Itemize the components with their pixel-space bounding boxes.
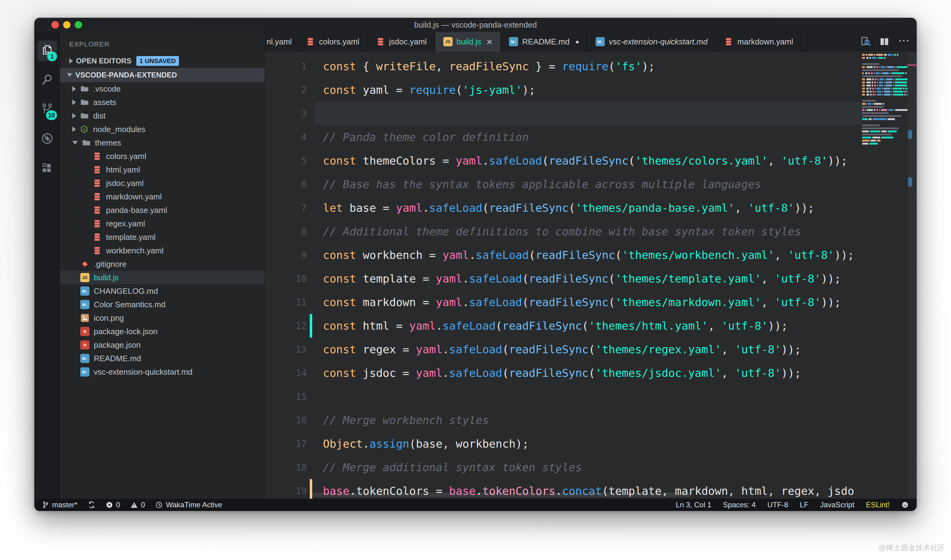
- minimap-line: [862, 91, 908, 94]
- tab-colors-yaml[interactable]: colors.yaml: [298, 32, 368, 51]
- tree-item-markdown-yaml[interactable]: markdown.yaml: [60, 190, 265, 203]
- minimap-line: [862, 69, 908, 72]
- activity-extensions[interactable]: [37, 154, 58, 183]
- tree-item-html-yaml[interactable]: html.yaml: [60, 163, 265, 177]
- chevron-right-icon: [72, 126, 76, 132]
- tree-item-label: .gitignore: [94, 260, 126, 269]
- md-glyph: M↓: [80, 367, 89, 377]
- code-text: // Additional theme definitions to combi…: [323, 225, 801, 238]
- gutter-spacer: [310, 361, 312, 385]
- tree-item-template-yaml[interactable]: template.yaml: [60, 230, 265, 244]
- split-editor-icon[interactable]: [879, 36, 890, 47]
- close-icon[interactable]: ×: [486, 37, 492, 47]
- project-root-folder[interactable]: VSCODE-PANDA-EXTENDED: [60, 68, 265, 82]
- status-language-mode[interactable]: JavaScript: [820, 501, 854, 509]
- tree-item-build-js[interactable]: JSbuild.js: [60, 271, 265, 284]
- status-indentation[interactable]: Spaces: 4: [723, 501, 756, 509]
- open-editors-section[interactable]: OPEN EDITORS 1 UNSAVED: [60, 54, 265, 68]
- yaml-file-icon: [92, 206, 102, 215]
- tab-label: jsdoc.yaml: [389, 37, 427, 46]
- tree-item-color-semantics-md[interactable]: M↓Color Semantics.md: [60, 298, 265, 311]
- folder-file-icon: [80, 98, 89, 107]
- tree-item-label: workbench.yaml: [106, 246, 164, 255]
- tree-item-node-modules[interactable]: JSnode_modules: [60, 123, 265, 136]
- tree-item-package-json[interactable]: npackage.json: [60, 338, 265, 352]
- activity-search[interactable]: [37, 66, 58, 95]
- tree-item-jsdoc-yaml[interactable]: jsdoc.yaml: [60, 177, 265, 190]
- minimap-line: [862, 54, 908, 57]
- extensions-icon: [40, 161, 54, 176]
- status-label: JavaScript: [820, 501, 854, 509]
- code-line: 7let base = yaml.safeLoad(readFileSync('…: [265, 196, 917, 220]
- tree-item-assets[interactable]: assets: [60, 95, 265, 109]
- tree-item-label: jsdoc.yaml: [106, 178, 144, 188]
- open-preview-icon[interactable]: [860, 36, 871, 47]
- tree-item-readme-md[interactable]: M↓README.md: [60, 352, 265, 365]
- tree-item-colors-yaml[interactable]: colors.yaml: [60, 149, 265, 163]
- tree-item-label: package.json: [94, 340, 141, 350]
- yaml-file-icon: [92, 152, 102, 161]
- status-wakatime[interactable]: WakaTime Active: [155, 501, 222, 509]
- tree-item-dist[interactable]: dist: [60, 109, 265, 123]
- tab-build-js[interactable]: JSbuild.js×: [435, 32, 501, 51]
- line-number: 16: [265, 415, 307, 426]
- gutter-spacer: [310, 408, 312, 432]
- gutter-spacer: [310, 196, 312, 220]
- status-eslint[interactable]: ESLint!: [866, 501, 890, 509]
- tree-item-vscode[interactable]: .vscode: [60, 82, 265, 95]
- tree-item-changelog-md[interactable]: M↓CHANGELOG.md: [60, 284, 265, 298]
- tree-item-vsc-extension-quickstart-md[interactable]: M↓vsc-extension-quickstart.md: [60, 365, 265, 378]
- activity-explorer[interactable]: 1: [37, 36, 58, 66]
- tree-item-label: build.js: [94, 273, 118, 282]
- status-label: LF: [800, 501, 808, 509]
- gutter-spacer: [310, 243, 312, 267]
- clock-icon: [155, 501, 163, 509]
- tab-vsc-extension-quickstart-md[interactable]: M↓vsc-extension-quickstart.md: [588, 32, 716, 51]
- gutter-spacer: [310, 267, 312, 291]
- md-glyph: M↓: [509, 37, 518, 46]
- activity-debug[interactable]: [37, 125, 58, 154]
- tab-readme-md[interactable]: M↓README.md●: [501, 32, 588, 51]
- status-sync[interactable]: [88, 501, 95, 509]
- horizontal-scrollbar[interactable]: [311, 492, 691, 497]
- tab-nl-yaml[interactable]: nl.yaml: [265, 32, 298, 51]
- status-cursor-position[interactable]: Ln 3, Col 1: [676, 501, 711, 509]
- status-feedback[interactable]: [901, 501, 909, 509]
- overview-ruler[interactable]: [908, 51, 917, 499]
- smiley-icon: [901, 501, 909, 509]
- tree-item-panda-base-yaml[interactable]: panda-base.yaml: [60, 203, 265, 217]
- line-number: 10: [265, 273, 307, 284]
- tree-item-gitignore[interactable]: .gitignore: [60, 257, 265, 271]
- tab-jsdoc-yaml[interactable]: jsdoc.yaml: [368, 32, 435, 51]
- gutter-spacer: [310, 55, 312, 78]
- status-encoding[interactable]: UTF-8: [768, 501, 788, 509]
- tree-item-workbench-yaml[interactable]: workbench.yaml: [60, 244, 265, 257]
- gutter-spacer: [310, 455, 312, 479]
- svg-text:JS: JS: [83, 128, 86, 131]
- tree-item-regex-yaml[interactable]: regex.yaml: [60, 217, 265, 230]
- ruler-marker: [908, 130, 912, 139]
- tree-item-icon-png[interactable]: icon.png: [60, 311, 265, 325]
- img-file-icon: [80, 313, 89, 323]
- gutter-spacer: [310, 385, 312, 408]
- line-number: 6: [265, 179, 307, 190]
- code-editor[interactable]: 1const { writeFile, readFileSync } = req…: [265, 51, 917, 499]
- tab-markdown-yaml[interactable]: markdown.yaml: [716, 32, 802, 51]
- activity-source-control[interactable]: 10: [37, 95, 58, 125]
- status-warnings[interactable]: 0: [131, 501, 145, 509]
- tree-item-package-lock-json[interactable]: npackage-lock.json: [60, 325, 265, 338]
- status-eol[interactable]: LF: [800, 501, 808, 509]
- tree-item-label: template.yaml: [106, 232, 155, 242]
- minimap[interactable]: [862, 54, 908, 499]
- js-glyph: JS: [443, 37, 452, 46]
- status-git-branch[interactable]: master*: [42, 501, 77, 509]
- tree-item-themes[interactable]: themes: [60, 136, 265, 149]
- md-file-icon: M↓: [80, 286, 89, 295]
- more-actions-icon[interactable]: ···: [898, 37, 909, 46]
- npm-glyph: n: [80, 340, 89, 349]
- line-number: 15: [265, 391, 307, 402]
- minimap-line: [862, 82, 908, 85]
- tree-item-label: icon.png: [94, 313, 124, 323]
- git-gutter-marker: [310, 314, 312, 338]
- status-errors[interactable]: 0: [106, 501, 120, 509]
